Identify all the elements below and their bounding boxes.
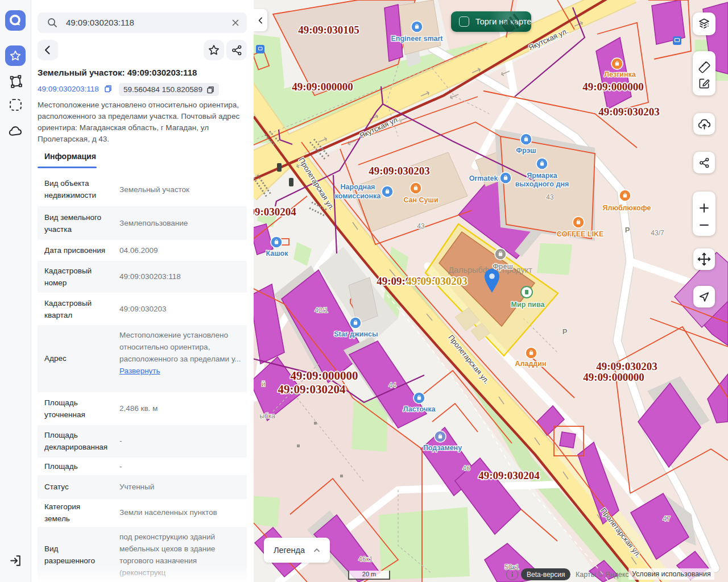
svg-text:Лезгинка: Лезгинка [604,70,636,78]
svg-text:комиссионка: комиссионка [335,192,382,200]
svg-text:43: 43 [546,193,554,201]
svg-text:49:09:000000: 49:09:000000 [582,81,644,93]
svg-text:43/7: 43/7 [651,229,664,237]
svg-text:49:09:030204: 49:09:030204 [478,469,540,481]
svg-text:Мир пива: Мир пива [511,301,545,309]
svg-text:46к1: 46к1 [358,555,373,563]
svg-text:49:09:030203: 49:09:030203 [596,360,657,372]
svg-text:43: 43 [417,222,425,230]
svg-text:47: 47 [663,515,671,523]
svg-text:й: й [262,380,266,388]
svg-text:Народная: Народная [341,183,375,191]
svg-text:49:09:000000: 49:09:000000 [291,369,358,383]
svg-text:Подзамену: Подзамену [423,444,462,452]
svg-text:46: 46 [462,464,470,472]
svg-text:P: P [562,327,568,336]
svg-text:Ярмарка: Ярмарка [527,172,557,180]
svg-text:44: 44 [388,381,396,389]
svg-text:42/1: 42/1 [315,306,328,314]
svg-text:Сан Суши: Сан Суши [403,196,438,204]
svg-text:49:09:000000: 49:09:000000 [292,81,353,93]
svg-text:Ormatek: Ormatek [469,174,498,182]
svg-text:49:09:030203: 49:09:030203 [598,106,660,118]
svg-text:Ялюблюкофе: Ялюблюкофе [603,204,651,212]
svg-text:49:09:030203: 49:09:030203 [406,275,468,287]
svg-text:49:09:030204: 49:09:030204 [278,383,346,396]
svg-text:P: P [625,226,630,234]
svg-text:ыбка: ыбка [259,412,275,420]
svg-text:Engineer smart: Engineer smart [391,35,443,43]
svg-text:Кашок: Кашок [266,250,288,257]
svg-text:49:09:030105: 49:09:030105 [298,24,359,36]
svg-text:Star джинсы: Star джинсы [334,330,378,338]
svg-text:Аладдин: Аладдин [515,360,546,368]
svg-text:Фреш: Фреш [493,263,513,271]
svg-text:Ласточка: Ласточка [403,405,436,413]
svg-text:49:09:000000: 49:09:000000 [583,371,644,383]
svg-text:COFFEE LIKE: COFFEE LIKE [557,230,604,238]
svg-text:выходного дня: выходного дня [515,180,569,188]
svg-text:Фрэш: Фрэш [516,147,536,155]
svg-text:49:09:030203: 49:09:030203 [369,165,430,177]
